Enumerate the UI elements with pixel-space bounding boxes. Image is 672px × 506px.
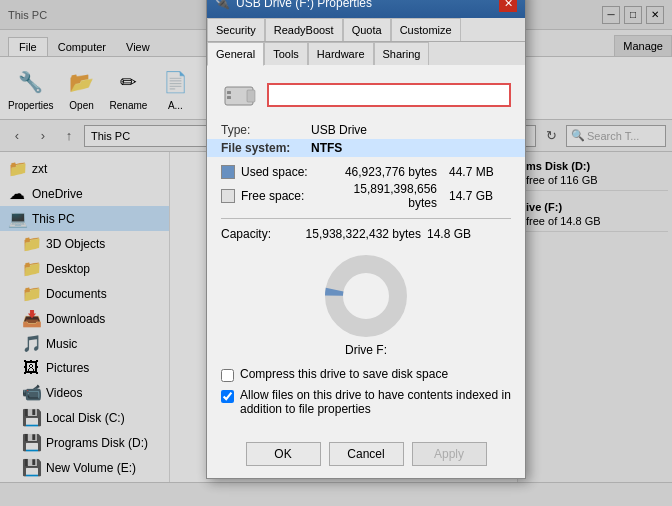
separator1 — [221, 218, 511, 219]
type-row: Type: USB Drive — [221, 123, 511, 137]
space-info: Used space: 46,923,776 bytes 44.7 MB Fre… — [221, 165, 511, 210]
drive-header — [221, 77, 511, 113]
modal-body: Type: USB Drive File system: NTFS Used s… — [207, 65, 525, 434]
free-space-row: Free space: 15,891,398,656 bytes 14.7 GB — [221, 182, 511, 210]
free-space-bytes: 15,891,398,656 bytes — [327, 182, 437, 210]
type-value: USB Drive — [311, 123, 367, 137]
svg-rect-1 — [247, 90, 255, 102]
tab-tools[interactable]: Tools — [264, 42, 308, 65]
checkbox-area: Compress this drive to save disk space A… — [221, 367, 511, 416]
free-space-size: 14.7 GB — [449, 189, 493, 203]
drive-name-input[interactable] — [267, 83, 511, 107]
filesystem-row: File system: NTFS — [207, 139, 525, 157]
index-row: Allow files on this drive to have conten… — [221, 388, 511, 416]
modal-tabs-row1: Security ReadyBoost Quota Customize — [207, 18, 525, 42]
capacity-label: Capacity: — [221, 227, 301, 241]
modal-titlebar: 🔌 USB Drive (F:) Properties ✕ — [207, 0, 525, 18]
tab-security[interactable]: Security — [207, 18, 265, 41]
modal-close-button[interactable]: ✕ — [499, 0, 517, 12]
capacity-bytes: 15,938,322,432 bytes — [301, 227, 421, 241]
compress-checkbox[interactable] — [221, 369, 234, 382]
free-space-box — [221, 189, 235, 203]
cancel-button[interactable]: Cancel — [329, 442, 404, 466]
modal-overlay: 🔌 USB Drive (F:) Properties ✕ Security R… — [0, 0, 672, 506]
svg-point-4 — [334, 264, 398, 328]
modal-footer: OK Cancel Apply — [207, 434, 525, 478]
svg-rect-3 — [227, 96, 231, 99]
compress-label: Compress this drive to save disk space — [240, 367, 448, 381]
capacity-row: Capacity: 15,938,322,432 bytes 14.8 GB — [221, 227, 511, 241]
modal-title-icon: 🔌 — [215, 0, 230, 10]
tab-sharing[interactable]: Sharing — [374, 42, 430, 65]
index-label: Allow files on this drive to have conten… — [240, 388, 511, 416]
svg-rect-2 — [227, 91, 231, 94]
donut-chart — [321, 251, 411, 341]
filesystem-value: NTFS — [311, 141, 342, 155]
tab-hardware[interactable]: Hardware — [308, 42, 374, 65]
modal-title: USB Drive (F:) Properties — [236, 0, 372, 10]
compress-row: Compress this drive to save disk space — [221, 367, 511, 382]
type-label: Type: — [221, 123, 311, 137]
donut-chart-container: Drive F: — [221, 251, 511, 357]
used-space-row: Used space: 46,923,776 bytes 44.7 MB — [221, 165, 511, 179]
modal-title-area: 🔌 USB Drive (F:) Properties — [215, 0, 372, 10]
apply-button[interactable]: Apply — [412, 442, 487, 466]
used-space-size: 44.7 MB — [449, 165, 494, 179]
tab-quota[interactable]: Quota — [343, 18, 391, 41]
drive-label: Drive F: — [345, 343, 387, 357]
used-space-box — [221, 165, 235, 179]
tab-customize[interactable]: Customize — [391, 18, 461, 41]
modal-tabs-row2: General Tools Hardware Sharing — [207, 42, 525, 65]
drive-usb-icon — [221, 77, 257, 113]
free-space-label: Free space: — [241, 189, 321, 203]
index-checkbox[interactable] — [221, 390, 234, 403]
ok-button[interactable]: OK — [246, 442, 321, 466]
tab-readyboost[interactable]: ReadyBoost — [265, 18, 343, 41]
used-space-label: Used space: — [241, 165, 321, 179]
used-space-bytes: 46,923,776 bytes — [327, 165, 437, 179]
tab-general[interactable]: General — [207, 42, 264, 66]
capacity-size: 14.8 GB — [427, 227, 471, 241]
usb-properties-dialog: 🔌 USB Drive (F:) Properties ✕ Security R… — [206, 0, 526, 479]
filesystem-label: File system: — [221, 141, 311, 155]
